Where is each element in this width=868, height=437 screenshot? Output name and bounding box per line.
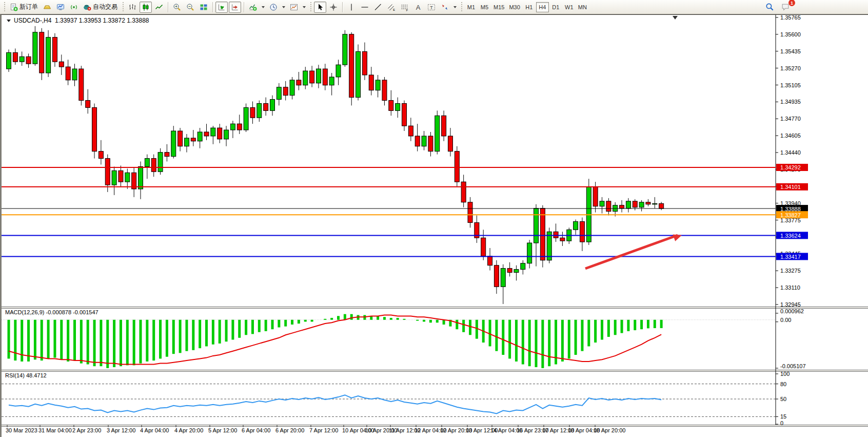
candle-bear [494,265,499,287]
candle-bear [461,182,466,202]
rsi-indicator-label: RSI(14) 48.4712 [5,372,47,378]
toolbar-grip[interactable] [309,2,312,12]
line-chart-mode-button[interactable] [153,2,165,13]
candle-bear [218,128,222,139]
fibonacci-tool-button[interactable]: F [399,2,411,13]
time-tick-label: 3 Apr 12:00 [107,427,135,433]
candle-bull [270,100,275,111]
candlestick-mode-button[interactable] [140,2,152,13]
chart-shift-button[interactable] [229,2,241,13]
arrows-tool-button[interactable] [439,2,451,13]
toolbar: 新订单 自动交易 E F A [0,0,868,14]
toolbar-grip[interactable] [460,2,463,12]
auto-scroll-button[interactable] [215,2,228,13]
toolbar-grip[interactable] [3,2,6,12]
cursor-tool-button[interactable] [314,2,326,13]
candle-bear [620,205,624,208]
indicators-button[interactable] [247,2,259,13]
zoom-out-button[interactable] [184,2,196,13]
candle-bear [283,87,288,96]
tile-windows-button[interactable] [198,2,210,13]
candle-bull [316,69,321,83]
new-order-button[interactable]: 新订单 [8,2,40,13]
trendline-tool-button[interactable] [372,2,384,13]
rsi-tick-label: 50 [780,396,786,402]
price-tick-label: 1.34440 [780,149,801,156]
auto-trading-button[interactable]: 自动交易 [81,2,120,13]
timeframe-button-w1[interactable]: W1 [563,2,576,12]
timeframe-button-d1[interactable]: D1 [549,2,562,12]
timeframe-button-h1[interactable]: H1 [523,2,536,12]
auto-trading-label: 自动交易 [93,3,117,11]
search-icon-button[interactable] [763,1,776,12]
toolbar-grip[interactable] [122,2,124,12]
candle-bear [92,107,97,151]
horizontal-line-tool-button[interactable] [359,2,371,13]
periods-clock-button[interactable] [267,2,280,13]
notification-count-badge: 1 [788,0,795,6]
candle-bear [408,126,413,136]
one-click-trading-icon[interactable] [7,20,11,22]
candle-bear [593,187,598,206]
price-level-badge-label: 1.34101 [780,184,801,190]
candle-bull [534,208,539,243]
trend-arrow-head[interactable] [673,235,682,241]
candle-bull [435,116,440,151]
candle-bear [369,75,373,90]
macd-tick-label: -0.005107 [780,363,806,369]
zoom-in-button[interactable] [171,2,183,13]
text-label-tool-button[interactable]: T [425,2,438,13]
rsi-tick-label: 80 [780,381,786,387]
candle-bull [184,138,189,146]
text-tool-button[interactable]: A [412,2,424,13]
indicators-dropdown-caret[interactable] [260,2,266,13]
crosshair-tool-button[interactable] [327,2,340,13]
candle-bull [277,87,281,100]
rsi-line [9,395,661,413]
template-dropdown-caret[interactable] [301,2,307,13]
candle-bear [297,80,301,85]
equidistant-channel-tool-button[interactable]: E [385,2,398,13]
candle-bull [145,159,149,167]
chart-canvas[interactable]: 1.357651.356001.354351.352701.351051.349… [2,15,868,437]
timeframe-bar: M1M5M15M30H1H4D1W1MN [465,2,589,12]
candle-bear [402,104,407,126]
trend-arrow-line[interactable] [585,235,678,269]
candle-bull [303,71,308,85]
svg-text:A: A [416,3,421,11]
bar-chart-mode-button[interactable] [126,2,139,13]
vertical-line-tool-button[interactable] [345,2,358,13]
time-tick-label: 18 Apr 20:00 [594,427,625,433]
timeframe-button-h4[interactable]: H4 [536,2,549,12]
candle-bull [653,203,657,204]
chart-window[interactable]: 1.357651.356001.354351.352701.351051.349… [0,14,868,437]
market-watch-icon-button[interactable] [54,2,67,13]
candle-bear [191,138,195,141]
periods-dropdown-caret[interactable] [281,2,287,13]
candle-bear [86,101,90,108]
time-tick-label: 4 Apr 04:00 [140,427,169,433]
gold-ingot-icon-button[interactable] [41,2,53,13]
timeframe-button-m5[interactable]: M5 [478,2,491,12]
timeframe-button-m15[interactable]: M15 [491,2,506,12]
timeframe-button-mn[interactable]: MN [576,2,589,12]
macd-indicator-label: MACD(12,26,9) -0.000878 -0.001547 [5,309,98,315]
candle-bear [98,151,103,159]
price-tick-label: 1.35765 [780,15,801,21]
template-button[interactable] [288,2,300,13]
arrows-dropdown-caret[interactable] [452,2,458,13]
timeframe-button-m1[interactable]: M1 [465,2,478,12]
signal-icon-button[interactable] [68,2,80,13]
candle-bull [626,201,630,208]
notifications-button[interactable]: 1 [779,1,792,12]
time-tick-label: 31 Mar 04:00 [38,427,72,433]
timeframe-button-m30[interactable]: M30 [507,2,522,12]
candle-bear [442,116,446,136]
candle-bull [230,124,235,130]
rsi-tick-label: 15 [780,413,786,420]
chart-shift-marker[interactable] [673,16,678,20]
candle-bear [323,69,327,85]
mt4-terminal: 新订单 自动交易 E F A [0,0,868,437]
symbol-period-label: USDCAD-,H4 [14,17,51,24]
price-level-badge-label: 1.33827 [780,212,801,218]
